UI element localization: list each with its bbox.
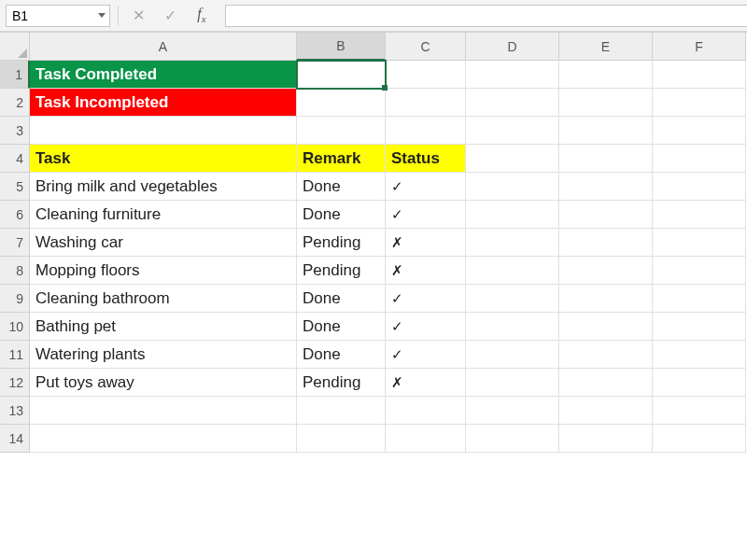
cell-D2[interactable] xyxy=(466,89,559,117)
cell-E7[interactable] xyxy=(559,229,653,257)
cell-B8[interactable]: Pending xyxy=(297,257,386,285)
cell-F10[interactable] xyxy=(653,313,746,341)
cell-A9[interactable]: Cleaning bathroom xyxy=(30,285,297,313)
cell-C3[interactable] xyxy=(386,117,466,145)
row-header-9[interactable]: 9 xyxy=(0,285,30,313)
name-box[interactable]: B1 xyxy=(6,5,110,27)
cell-A11[interactable]: Watering plants xyxy=(30,341,297,369)
row-header-4[interactable]: 4 xyxy=(0,145,30,173)
cell-D12[interactable] xyxy=(466,369,559,397)
row-header-10[interactable]: 10 xyxy=(0,313,30,341)
cell-D1[interactable] xyxy=(466,61,559,89)
row-header-6[interactable]: 6 xyxy=(0,201,30,229)
col-header-F[interactable]: F xyxy=(653,33,746,61)
cell-C13[interactable] xyxy=(386,397,466,425)
cell-B5[interactable]: Done xyxy=(297,173,386,201)
cell-F13[interactable] xyxy=(653,397,746,425)
cell-E3[interactable] xyxy=(559,117,653,145)
col-header-A[interactable]: A xyxy=(30,33,297,61)
cell-E11[interactable] xyxy=(559,341,653,369)
cell-D11[interactable] xyxy=(466,341,559,369)
cell-C9[interactable]: ✓ xyxy=(386,285,466,313)
row-header-1[interactable]: 1 xyxy=(0,61,30,89)
cell-F3[interactable] xyxy=(653,117,746,145)
row-header-11[interactable]: 11 xyxy=(0,341,30,369)
cell-F9[interactable] xyxy=(653,285,746,313)
cell-E5[interactable] xyxy=(559,173,653,201)
cell-C10[interactable]: ✓ xyxy=(386,313,466,341)
name-box-dropdown-icon[interactable] xyxy=(98,13,106,18)
cell-C12[interactable]: ✗ xyxy=(386,369,466,397)
col-header-D[interactable]: D xyxy=(466,33,559,61)
cell-B6[interactable]: Done xyxy=(297,201,386,229)
cell-C8[interactable]: ✗ xyxy=(386,257,466,285)
cell-C11[interactable]: ✓ xyxy=(386,341,466,369)
cell-B14[interactable] xyxy=(297,425,386,453)
cell-E13[interactable] xyxy=(559,397,653,425)
cell-B4[interactable]: Remark xyxy=(297,145,386,173)
cell-F11[interactable] xyxy=(653,341,746,369)
row-header-2[interactable]: 2 xyxy=(0,89,30,117)
cell-D6[interactable] xyxy=(466,201,559,229)
cell-F12[interactable] xyxy=(653,369,746,397)
cell-B1[interactable] xyxy=(297,61,386,89)
row-header-7[interactable]: 7 xyxy=(0,229,30,257)
cell-C4[interactable]: Status xyxy=(386,145,466,173)
cancel-button[interactable]: ✕ xyxy=(126,4,150,28)
insert-function-button[interactable]: fx xyxy=(190,4,214,28)
cell-B11[interactable]: Done xyxy=(297,341,386,369)
cell-C1[interactable] xyxy=(386,61,466,89)
cell-C6[interactable]: ✓ xyxy=(386,201,466,229)
formula-input[interactable] xyxy=(225,5,747,27)
cell-F2[interactable] xyxy=(653,89,746,117)
cell-E9[interactable] xyxy=(559,285,653,313)
cell-E12[interactable] xyxy=(559,369,653,397)
cell-F1[interactable] xyxy=(653,61,746,89)
cell-A7[interactable]: Washing car xyxy=(30,229,297,257)
cell-E14[interactable] xyxy=(559,425,653,453)
row-header-5[interactable]: 5 xyxy=(0,173,30,201)
cell-D14[interactable] xyxy=(466,425,559,453)
cell-D7[interactable] xyxy=(466,229,559,257)
cell-F6[interactable] xyxy=(653,201,746,229)
cell-E8[interactable] xyxy=(559,257,653,285)
cell-C14[interactable] xyxy=(386,425,466,453)
cell-F5[interactable] xyxy=(653,173,746,201)
row-header-13[interactable]: 13 xyxy=(0,397,30,425)
cell-E4[interactable] xyxy=(559,145,653,173)
row-header-8[interactable]: 8 xyxy=(0,257,30,285)
cell-D5[interactable] xyxy=(466,173,559,201)
row-header-12[interactable]: 12 xyxy=(0,369,30,397)
cell-C5[interactable]: ✓ xyxy=(386,173,466,201)
cell-A1[interactable]: Task Completed xyxy=(30,61,297,89)
cell-B7[interactable]: Pending xyxy=(297,229,386,257)
cell-A5[interactable]: Bring milk and vegetables xyxy=(30,173,297,201)
cell-A2[interactable]: Task Incompleted xyxy=(30,89,297,117)
cell-C2[interactable] xyxy=(386,89,466,117)
cell-C7[interactable]: ✗ xyxy=(386,229,466,257)
spreadsheet-grid[interactable]: ABCDEF1Task Completed2Task Incompleted34… xyxy=(0,32,747,453)
cell-E6[interactable] xyxy=(559,201,653,229)
cell-D8[interactable] xyxy=(466,257,559,285)
cell-A8[interactable]: Mopping floors xyxy=(30,257,297,285)
cell-B9[interactable]: Done xyxy=(297,285,386,313)
cell-D10[interactable] xyxy=(466,313,559,341)
col-header-E[interactable]: E xyxy=(559,33,653,61)
cell-A6[interactable]: Cleaning furniture xyxy=(30,201,297,229)
cell-D13[interactable] xyxy=(466,397,559,425)
select-all-corner[interactable] xyxy=(0,33,30,61)
row-header-14[interactable]: 14 xyxy=(0,425,30,453)
cell-A14[interactable] xyxy=(30,425,297,453)
cell-A3[interactable] xyxy=(30,117,297,145)
cell-A12[interactable]: Put toys away xyxy=(30,369,297,397)
col-header-C[interactable]: C xyxy=(386,33,466,61)
cell-B3[interactable] xyxy=(297,117,386,145)
cell-A4[interactable]: Task xyxy=(30,145,297,173)
cell-F14[interactable] xyxy=(653,425,746,453)
confirm-button[interactable]: ✓ xyxy=(158,4,182,28)
cell-D9[interactable] xyxy=(466,285,559,313)
cell-B12[interactable]: Pending xyxy=(297,369,386,397)
cell-F8[interactable] xyxy=(653,257,746,285)
cell-E10[interactable] xyxy=(559,313,653,341)
cell-F4[interactable] xyxy=(653,145,746,173)
